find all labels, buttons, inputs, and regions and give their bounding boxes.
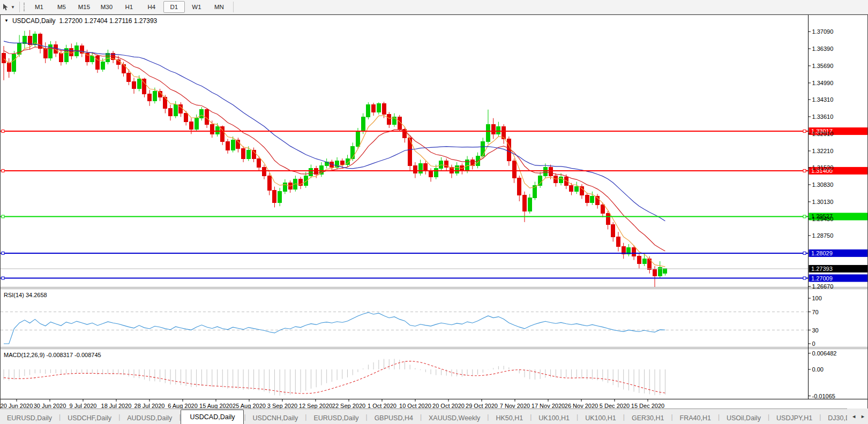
- tab-scroll-left-icon[interactable]: ◄: [851, 414, 856, 419]
- symbol-dropdown-icon[interactable]: ▼: [4, 18, 9, 23]
- timeframe-button-w1[interactable]: W1: [186, 1, 207, 13]
- svg-text:100: 100: [812, 295, 822, 301]
- svg-text:1.32910: 1.32910: [812, 131, 834, 137]
- svg-text:15 Aug 2020: 15 Aug 2020: [199, 403, 233, 409]
- svg-text:1.35690: 1.35690: [812, 63, 834, 69]
- svg-text:0: 0: [812, 340, 815, 347]
- timeframe-button-m5[interactable]: M5: [51, 1, 72, 13]
- svg-text:30 Jun 2020: 30 Jun 2020: [34, 403, 66, 409]
- svg-text:1.31520: 1.31520: [812, 164, 834, 171]
- svg-text:12 Sep 2020: 12 Sep 2020: [299, 403, 332, 409]
- chart-tab-usdchf-1[interactable]: USDCHF,Daily: [61, 412, 118, 424]
- svg-text:20 Oct 2020: 20 Oct 2020: [432, 403, 465, 409]
- ma-mid-line: [4, 47, 665, 251]
- chart-tab-eurusd-5[interactable]: EURUSD,Daily: [306, 412, 365, 424]
- rsi-axis-labels: 10070300: [809, 295, 822, 347]
- cursor-tool-dropdown-icon[interactable]: ▼: [11, 5, 15, 10]
- horizontal-line-1.27009[interactable]: 1.27009: [1, 275, 867, 282]
- macd-indicator-label: MACD(12,26,9) -0.008317 -0.008745: [4, 352, 101, 358]
- chart-tab-usdjpy-14[interactable]: USDJPY,H1: [769, 412, 819, 424]
- chart-tab-gbpusd-6[interactable]: GBPUSD,H4: [368, 412, 420, 424]
- chart-tabs-bar: EURUSD,Daily|USDCHF,Daily|AUDUSD,Daily|U…: [0, 408, 868, 424]
- svg-text:1.34990: 1.34990: [812, 80, 834, 86]
- svg-text:25 Aug 2020: 25 Aug 2020: [233, 403, 266, 409]
- chart-tab-uk100-9[interactable]: UK100,H1: [532, 412, 577, 424]
- macd-signal-line: [4, 361, 665, 394]
- svg-text:1.33610: 1.33610: [812, 113, 834, 120]
- svg-text:1.37090: 1.37090: [812, 28, 834, 35]
- chart-tab-hk50-8[interactable]: HK50,H1: [489, 412, 530, 424]
- svg-text:1.28029: 1.28029: [811, 250, 833, 256]
- timeframe-button-mn[interactable]: MN: [208, 1, 230, 13]
- line-handle[interactable]: [803, 130, 806, 133]
- horizontal-line-1.33017[interactable]: 1.33017: [1, 127, 867, 135]
- chart-tab-usdcnh-4[interactable]: USDCNH,Daily: [246, 412, 305, 424]
- toolbar-grip: [24, 3, 25, 11]
- svg-text:9 Jul 2020: 9 Jul 2020: [70, 403, 97, 409]
- svg-text:1.26670: 1.26670: [812, 283, 834, 290]
- line-handle[interactable]: [2, 215, 4, 218]
- svg-text:29 Oct 2020: 29 Oct 2020: [466, 403, 498, 409]
- rsi-indicator-label: RSI(14) 34.2658: [4, 292, 47, 298]
- svg-text:70: 70: [812, 309, 819, 315]
- cursor-tool-icon[interactable]: [2, 3, 9, 11]
- svg-text:1.30130: 1.30130: [812, 199, 834, 205]
- line-handle[interactable]: [2, 169, 4, 172]
- timeframe-button-m15[interactable]: M15: [73, 1, 95, 13]
- toolbar-separator: [19, 2, 20, 12]
- timeframe-toolbar: ▼ M1M5M15M30H1H4D1W1MN: [0, 0, 868, 14]
- line-handle[interactable]: [2, 277, 4, 279]
- svg-text:7 Nov 2020: 7 Nov 2020: [500, 403, 530, 409]
- svg-text:30: 30: [812, 327, 819, 334]
- svg-text:20 Jun 2020: 20 Jun 2020: [1, 403, 33, 409]
- svg-text:28 Jul 2020: 28 Jul 2020: [134, 403, 165, 409]
- timeframe-button-h1[interactable]: H1: [118, 1, 140, 13]
- svg-text:6 Aug 2020: 6 Aug 2020: [168, 403, 198, 409]
- svg-text:18 Jul 2020: 18 Jul 2020: [101, 403, 132, 409]
- svg-text:1.36390: 1.36390: [812, 46, 834, 52]
- chart-tab-usdcad-3[interactable]: USDCAD,Daily: [181, 410, 244, 424]
- tab-scroll-right-icon[interactable]: ►: [860, 414, 865, 419]
- chart-tab-usoil-13[interactable]: USOil,Daily: [720, 412, 768, 424]
- rsi-line: [4, 313, 665, 344]
- svg-text:0.00: 0.00: [812, 366, 824, 373]
- timeframe-button-d1[interactable]: D1: [163, 1, 185, 13]
- tab-scroll-controls: ◄ ►: [847, 408, 868, 424]
- svg-text:1.32210: 1.32210: [812, 148, 834, 154]
- date-axis-labels: 20 Jun 202030 Jun 20209 Jul 202018 Jul 2…: [1, 399, 664, 409]
- line-handle[interactable]: [803, 215, 806, 218]
- svg-text:0.006482: 0.006482: [812, 350, 837, 357]
- line-handle[interactable]: [803, 252, 806, 254]
- svg-text:1.28750: 1.28750: [812, 232, 834, 239]
- chart-canvas[interactable]: 1.330171.314001.295271.280291.270091.273…: [1, 15, 867, 409]
- line-handle[interactable]: [803, 169, 806, 172]
- svg-text:17 Nov 2020: 17 Nov 2020: [532, 403, 565, 409]
- line-handle[interactable]: [2, 130, 4, 133]
- svg-text:5 Dec 2020: 5 Dec 2020: [600, 403, 630, 409]
- chart-tab-fra40-12[interactable]: FRA40,H1: [673, 412, 718, 424]
- line-handle[interactable]: [2, 252, 4, 254]
- ma-fast-line: [4, 43, 665, 267]
- current-price-tag-text: 1.27393: [811, 266, 833, 272]
- chart-title: ▼ USDCAD,Daily 1.27200 1.27404 1.27116 1…: [4, 17, 157, 25]
- timeframe-button-m30[interactable]: M30: [96, 1, 117, 13]
- chart-tab-ger30-11[interactable]: GER30,H1: [625, 412, 671, 424]
- svg-text:1.27009: 1.27009: [811, 275, 833, 282]
- candles-layer: [2, 30, 667, 287]
- chart-tab-audusd-2[interactable]: AUDUSD,Daily: [120, 412, 179, 424]
- svg-text:1.30830: 1.30830: [812, 181, 834, 188]
- timeframe-button-h4[interactable]: H4: [141, 1, 162, 13]
- timeframe-button-m1[interactable]: M1: [28, 1, 50, 13]
- line-handle[interactable]: [803, 277, 806, 279]
- macd-histogram: [4, 359, 665, 396]
- svg-text:10 Oct 2020: 10 Oct 2020: [399, 403, 431, 409]
- horizontal-line-1.28029[interactable]: 1.28029: [1, 249, 867, 257]
- svg-text:-0.01065: -0.01065: [812, 393, 835, 399]
- svg-text:22 Sep 2020: 22 Sep 2020: [332, 403, 365, 409]
- chart-tab-xauusd-7[interactable]: XAUUSD,Weekly: [422, 412, 487, 424]
- chart-tab-uk100-10[interactable]: UK100,H1: [578, 412, 623, 424]
- svg-text:1.34310: 1.34310: [812, 96, 834, 103]
- chart-title-ohlc: 1.27200 1.27404 1.27116 1.27393: [59, 17, 158, 25]
- chart-tab-eurusd-0[interactable]: EURUSD,Daily: [0, 412, 59, 424]
- horizontal-line-1.29527[interactable]: 1.29527: [1, 213, 867, 220]
